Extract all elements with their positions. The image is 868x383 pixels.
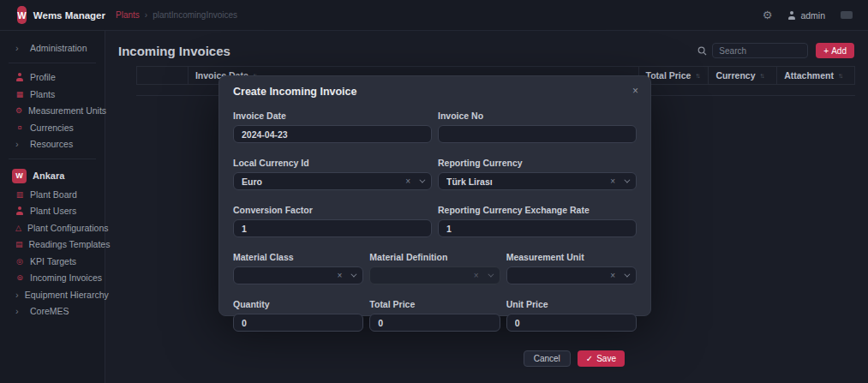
breadcrumb-current: plantIncomingInvoices [153,10,237,20]
sidebar-item-incoming-invoices[interactable]: ⊚ Incoming Invoices [0,270,105,287]
chevron-right-icon: › [15,139,24,149]
clear-icon[interactable]: × [474,272,479,280]
table-header-select [137,67,189,84]
measurement-unit-select[interactable]: × [506,266,637,284]
sidebar-item-label: KPI Targets [30,256,76,266]
sidebar-item-equipment-hierarchy[interactable]: › Equipment Hierarchy [0,286,105,303]
plus-icon: + [823,46,829,56]
chevron-right-icon: › [15,290,19,300]
invoice-icon: ⊚ [15,273,24,282]
sidebar-item-label: Currencies [30,123,74,133]
reporting-rate-label: Reporting Currency Exchange Rate [438,205,637,215]
sidebar-item-plant-configurations[interactable]: △ Plant Configurations [0,219,105,236]
reporting-rate-input[interactable] [438,219,637,237]
sidebar-item-label: CoreMES [30,306,69,316]
language-flag-icon[interactable] [841,11,853,19]
configurations-icon: △ [15,224,21,232]
app-window: W Wems Manager Plants › plantIncomingInv… [0,0,868,383]
total-price-input[interactable] [369,314,500,332]
save-button-label: Save [596,354,616,363]
brand-logo-icon: W [17,6,27,24]
quantity-label: Quantity [233,299,363,309]
sidebar: › Administration Profile ▦ Plants ⚙ Meas… [0,31,105,383]
currency-icon: ¤ [15,123,24,132]
sidebar-item-resources[interactable]: › Resources [0,136,105,153]
users-icon [15,206,24,215]
material-definition-label: Material Definition [369,252,500,262]
sidebar-item-currencies[interactable]: ¤ Currencies [0,119,105,136]
chevron-down-icon [351,272,357,278]
sidebar-item-plants[interactable]: ▦ Plants [0,86,105,103]
clear-icon[interactable]: × [610,272,615,280]
brand[interactable]: W Wems Manager [0,6,105,24]
sidebar-item-plant-users[interactable]: Plant Users [0,203,105,220]
gear-icon: ⚙ [15,106,22,115]
building-icon: ▦ [15,90,24,99]
save-button[interactable]: ✓ Save [578,350,625,367]
add-button[interactable]: + Add [816,43,854,58]
unit-price-input[interactable] [506,314,637,332]
sidebar-item-profile[interactable]: Profile [0,69,105,87]
conversion-factor-input[interactable] [233,219,432,237]
sidebar-item-kpi-targets[interactable]: ◎ KPI Targets [0,253,105,270]
sidebar-item-label: Incoming Invoices [30,272,102,283]
check-icon: ✓ [586,354,593,363]
material-definition-select[interactable]: × [369,266,500,284]
sidebar-plant-header: W Ankara [0,165,105,186]
material-class-label: Material Class [233,252,363,262]
table-header-currency[interactable]: Currency ↑↓ [709,67,777,84]
sidebar-item-measurement-units[interactable]: ⚙ Measurement Units [0,103,105,120]
invoice-no-label: Invoice No [438,111,637,121]
sidebar-item-administration[interactable]: › Administration [0,39,105,57]
sidebar-item-label: Plant Configurations [27,223,109,233]
sidebar-item-label: Plants [30,89,55,99]
header-actions: ⚙ admin [763,9,868,21]
invoice-no-input[interactable] [438,125,637,143]
sidebar-item-plant-board[interactable]: ▥ Plant Board [0,186,105,203]
cancel-button[interactable]: Cancel [524,350,571,367]
sort-icon[interactable]: ↑↓ [838,72,843,80]
search-icon [697,46,707,56]
clear-icon[interactable]: × [337,272,342,280]
person-icon [15,73,24,81]
selected-value: Türk Lirası [446,177,610,187]
sort-icon[interactable]: ↑↓ [759,72,764,80]
local-currency-label: Local Currency Id [233,158,432,168]
create-incoming-invoice-modal: Create Incoming Invoice × Invoice Date I… [218,75,651,316]
brand-name: Wems Manager [33,10,105,21]
clear-icon[interactable]: × [610,177,615,186]
selected-value: Euro [242,177,405,187]
breadcrumb-separator-icon: › [145,10,147,20]
invoice-date-label: Invoice Date [233,111,432,121]
breadcrumb: Plants › plantIncomingInvoices [116,10,237,20]
column-label: Total Price [646,70,691,81]
sort-icon[interactable]: ↑↓ [695,72,700,80]
breadcrumb-root[interactable]: Plants [116,10,140,20]
user-menu[interactable]: admin [787,10,825,21]
settings-gear-icon[interactable]: ⚙ [763,9,773,21]
invoice-date-input[interactable] [233,125,432,143]
sidebar-item-label: Equipment Hierarchy [25,290,109,300]
sidebar-item-coremes[interactable]: › CoreMES [0,303,105,320]
measurement-unit-label: Measurement Unit [506,252,637,262]
sidebar-item-label: Profile [30,72,56,82]
material-class-select[interactable]: × [233,266,363,284]
clear-icon[interactable]: × [405,177,410,186]
plant-name: Ankara [33,171,64,181]
close-icon[interactable]: × [632,86,638,96]
sidebar-item-label: Plant Board [30,189,77,200]
search-input[interactable] [712,43,808,58]
table-header-attachment[interactable]: Attachment ↑↓ [777,67,854,84]
document-icon: ▤ [15,240,23,248]
local-currency-select[interactable]: Euro × [233,172,432,190]
sidebar-item-readings-templates[interactable]: ▤ Readings Templates [0,236,105,254]
chevron-right-icon: › [15,306,24,316]
modal-title: Create Incoming Invoice [233,86,356,98]
sidebar-divider [9,63,96,63]
add-button-label: Add [831,46,847,56]
reporting-currency-select[interactable]: Türk Lirası × [438,172,637,190]
total-price-label: Total Price [369,299,500,309]
quantity-input[interactable] [233,314,363,332]
page-title: Incoming Invoices [118,44,230,58]
sidebar-item-label: Plant Users [30,206,76,216]
